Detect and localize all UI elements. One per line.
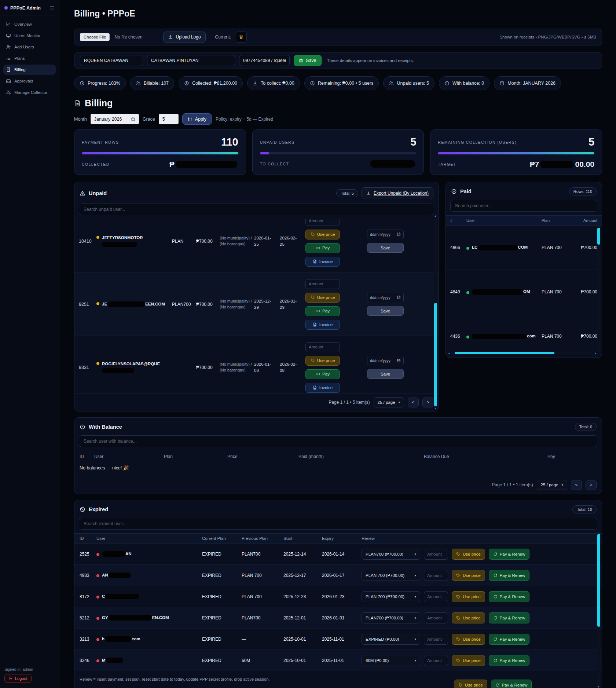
scroll-right-arrow[interactable]: ► [594, 352, 597, 355]
choose-file-button[interactable]: Choose File [80, 33, 110, 41]
row-id: 4933 [80, 573, 96, 578]
row-id: 9331 [79, 365, 96, 370]
vertical-scrollbar-thumb[interactable] [597, 228, 600, 245]
vertical-scrollbar[interactable] [434, 217, 437, 408]
save-details-button[interactable]: Save [294, 55, 322, 66]
pay-renew-button[interactable]: Pay & Renew [489, 549, 530, 560]
scroll-left-arrow[interactable]: ◄ [448, 352, 450, 355]
amount-input[interactable] [305, 342, 340, 352]
with-balance-search-input[interactable] [79, 435, 597, 447]
logo-upload-card: Choose File No file chosen Upload Logo C… [74, 29, 602, 45]
use-price-button[interactable]: Use price [452, 634, 485, 645]
scroll-up-arrow[interactable]: ▲ [434, 215, 437, 217]
logo-hint-text: Shown on receipts • PNG/JPG/WEBP/SVG • ≤… [499, 35, 596, 39]
renew-plan-select[interactable]: PLAN 700 (₱700.00)▾ [362, 591, 420, 602]
expired-row: 4933 AN EXPIRED PLAN 700 2025-12-17 2026… [74, 565, 602, 586]
scroll-down-arrow[interactable]: ▼ [434, 407, 437, 410]
per-page-select[interactable]: 25 / page▾ [537, 480, 568, 490]
horizontal-scrollbar-thumb[interactable] [455, 352, 554, 354]
invoice-button[interactable]: Invoice [305, 383, 340, 393]
pay-renew-button[interactable]: Pay & Renew [489, 634, 530, 645]
invoice-button[interactable]: Invoice [305, 257, 340, 267]
vertical-scrollbar[interactable] [597, 227, 600, 351]
invoice-button[interactable]: Invoice [305, 320, 340, 330]
business-details-card: Save These details appear on invoices an… [74, 52, 602, 69]
paid-search-input[interactable] [450, 200, 597, 212]
pay-renew-button[interactable]: Pay & Renew [489, 570, 530, 581]
save-row-button[interactable]: Save [367, 306, 404, 316]
use-price-button[interactable]: Use price [305, 356, 340, 366]
scroll-down-arrow[interactable]: ▼ [597, 685, 600, 688]
per-page-select[interactable]: 25 / page▾ [374, 397, 404, 407]
business-name-field[interactable] [80, 55, 143, 66]
renew-plan-select[interactable]: EXPIRED (₱0.00)▾ [362, 634, 420, 645]
sidebar-item-billing[interactable]: Billing [3, 65, 56, 75]
sidebar-item-users-monitor[interactable]: Users Monitor [3, 30, 56, 41]
sidebar-item-add-users[interactable]: Add Users [3, 42, 56, 52]
payment-date-input[interactable]: dd/mm/yyyy [367, 230, 404, 239]
use-price-button[interactable]: Use price [305, 293, 340, 303]
business-address-field[interactable] [147, 55, 235, 66]
pay-renew-button[interactable]: Pay & Renew [489, 655, 530, 666]
horizontal-scrollbar[interactable] [452, 352, 592, 354]
vertical-scrollbar[interactable] [597, 534, 600, 688]
sidebar-item-label: Plans [14, 56, 25, 61]
amount-input[interactable] [424, 612, 448, 623]
vertical-scrollbar-thumb[interactable] [434, 303, 437, 406]
vertical-scrollbar-thumb[interactable] [597, 534, 600, 627]
use-price-button[interactable]: Use price [454, 680, 487, 688]
expired-search-input[interactable] [79, 518, 597, 530]
chevron-down-icon: ▾ [414, 595, 416, 599]
use-price-button[interactable]: Use price [452, 549, 485, 560]
upload-logo-button[interactable]: Upload Logo [163, 32, 206, 43]
prev-page-button[interactable]: < [408, 398, 419, 407]
apply-button[interactable]: Apply [182, 113, 212, 125]
pay-button[interactable]: Pay [305, 306, 340, 316]
amount-input[interactable] [424, 570, 448, 581]
payment-date-input[interactable]: dd/mm/yyyy [367, 356, 404, 365]
row-start-date: 2026-01-08 [254, 361, 275, 373]
amount-input[interactable] [424, 549, 448, 560]
expired-status-dot [96, 659, 99, 662]
pay-renew-button[interactable]: Pay & Renew [491, 680, 532, 688]
menu-toggle-button[interactable] [49, 5, 55, 11]
calendar-icon [499, 81, 505, 86]
renew-plan-select[interactable]: PLAN700 (₱700.00)▾ [362, 549, 420, 560]
use-price-button[interactable]: Use price [305, 230, 340, 239]
row-plan: PLAN700 [172, 302, 196, 307]
save-row-button[interactable]: Save [367, 243, 404, 253]
unpaid-search-input[interactable] [79, 204, 434, 215]
sidebar-item-manage-collector[interactable]: Manage Collector [3, 87, 56, 98]
business-contact-field[interactable] [239, 55, 290, 66]
next-page-button[interactable]: > [586, 480, 597, 490]
grace-input[interactable] [159, 114, 179, 124]
use-price-button[interactable]: Use price [452, 612, 485, 623]
use-price-button[interactable]: Use price [452, 655, 485, 666]
payment-date-input[interactable]: dd/mm/yyyy [367, 293, 404, 302]
amount-input[interactable] [424, 655, 448, 666]
renew-plan-select[interactable]: 60M (₱0.00)▾ [362, 655, 420, 666]
amount-input[interactable] [424, 591, 448, 602]
next-page-button[interactable]: > [422, 398, 433, 407]
row-id: 5212 [80, 615, 96, 621]
pay-button[interactable]: Pay [305, 369, 340, 379]
sidebar-item-plans[interactable]: Plans [3, 53, 56, 63]
logout-button[interactable]: Logout [4, 674, 32, 683]
export-unpaid-button[interactable]: Export Unpaid (By Location) [362, 187, 433, 199]
renew-plan-select[interactable]: PLAN700 (₱700.00)▾ [362, 612, 420, 623]
month-date-input[interactable]: January 2026 [91, 114, 139, 124]
amount-input[interactable] [305, 279, 340, 289]
use-price-button[interactable]: Use price [452, 591, 485, 602]
amount-input[interactable] [305, 219, 340, 226]
grace-label: Grace [143, 117, 155, 122]
prev-page-button[interactable]: < [571, 480, 582, 490]
sidebar-item-approvals[interactable]: Approvals [3, 76, 56, 86]
renew-plan-select[interactable]: PLAN 700 (₱700.00)▾ [362, 570, 420, 581]
sidebar-item-overview[interactable]: Overview [3, 19, 56, 29]
save-row-button[interactable]: Save [367, 369, 404, 379]
use-price-button[interactable]: Use price [452, 570, 485, 581]
amount-input[interactable] [424, 634, 448, 645]
pay-renew-button[interactable]: Pay & Renew [489, 591, 530, 602]
pay-renew-button[interactable]: Pay & Renew [489, 612, 530, 623]
pay-button[interactable]: Pay [305, 243, 340, 253]
